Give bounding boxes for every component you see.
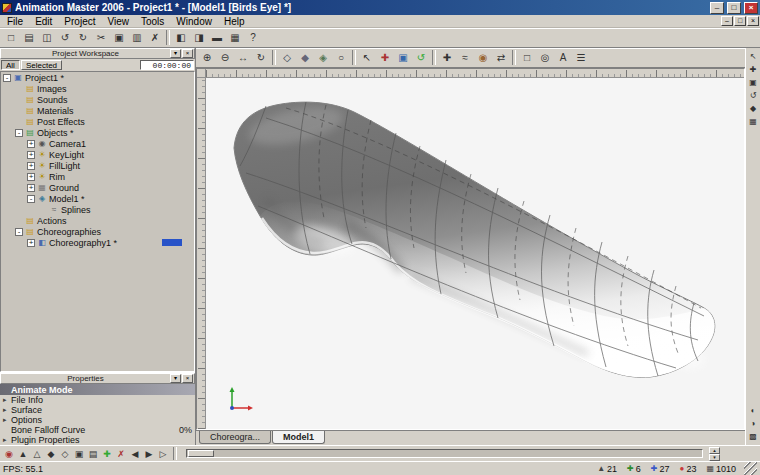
tree-item-splines[interactable]: ≈Splines — [1, 204, 194, 215]
curved-mode-button[interactable]: ○ — [332, 50, 350, 66]
expander-icon[interactable]: - — [3, 74, 11, 82]
stitch-tool[interactable]: ≈ — [456, 50, 474, 66]
prop-plugin-properties[interactable]: ▸Plugin Properties — [0, 435, 195, 445]
timeline-panel-toggle[interactable]: ▬ — [208, 30, 226, 46]
tab-choreography1[interactable]: Choreogra... — [199, 431, 271, 444]
tree-item-materials[interactable]: ▤Materials — [1, 105, 194, 116]
branch-key-button[interactable]: ▣ — [72, 447, 86, 461]
menu-item[interactable]: Window — [170, 15, 218, 28]
muscle-mode-button[interactable]: △ — [30, 447, 44, 461]
group-tool[interactable]: □ — [518, 50, 536, 66]
tree-item-project1[interactable]: -▣Project1 * — [1, 72, 194, 83]
tree-item-keylight[interactable]: +☀KeyLight — [1, 149, 194, 160]
snap-to-grid-button[interactable]: ▩ — [747, 430, 760, 443]
menu-item[interactable]: Tools — [135, 15, 170, 28]
toolbar-icon[interactable] — [352, 50, 356, 65]
title-bar[interactable]: Animation Master 2006 - Project1 * - [Mo… — [0, 0, 760, 15]
rotate-tool[interactable]: ↺ — [412, 50, 430, 66]
show-grid-button[interactable]: ▦ — [747, 115, 760, 128]
expander-icon[interactable]: + — [27, 173, 35, 181]
expander-icon[interactable]: - — [15, 129, 23, 137]
expand-arrow-icon[interactable]: ▸ — [3, 396, 11, 404]
expand-arrow-icon[interactable]: ▸ — [3, 436, 11, 444]
tree-item-model1[interactable]: -◈Model1 * — [1, 193, 194, 204]
expander-icon[interactable]: + — [27, 239, 35, 247]
tree-item-images[interactable]: ▤Images — [1, 83, 194, 94]
filter-tab-all[interactable]: All — [1, 60, 20, 70]
tree-item-choreographies[interactable]: -▤Choreographies — [1, 226, 194, 237]
new-project-button[interactable]: □ — [2, 30, 20, 46]
translate-tool[interactable]: ✚ — [376, 50, 394, 66]
tree-item-sounds[interactable]: ▤Sounds — [1, 94, 194, 105]
expand-arrow-icon[interactable]: ▸ — [3, 416, 11, 424]
primitives-tool[interactable]: ☰ — [572, 50, 590, 66]
menu-item[interactable]: View — [101, 15, 135, 28]
child-close-button[interactable]: × — [747, 16, 759, 26]
menu-item[interactable]: Help — [218, 15, 251, 28]
project-workspace-titlebar[interactable]: Project Workspace ▾ × — [0, 48, 195, 59]
show-manipulators-button[interactable]: ◆ — [747, 102, 760, 115]
wireframe-mode-button[interactable]: ◇ — [278, 50, 296, 66]
close-button[interactable]: × — [744, 2, 758, 14]
expand-arrow-icon[interactable]: ▸ — [3, 406, 11, 414]
undo-button[interactable]: ↺ — [56, 30, 74, 46]
cut-button[interactable]: ✂ — [92, 30, 110, 46]
child-restore-button[interactable]: □ — [734, 16, 746, 26]
lasso-tool[interactable]: ◎ — [536, 50, 554, 66]
spin-down-icon[interactable]: ▾ — [709, 454, 720, 461]
panel-rollup-icon[interactable]: ▾ — [170, 49, 181, 58]
maximize-button[interactable]: □ — [727, 2, 741, 14]
panel-close-icon[interactable]: × — [182, 49, 193, 58]
panel-close-icon[interactable]: × — [182, 374, 193, 383]
workspace-panel-toggle[interactable]: ◧ — [172, 30, 190, 46]
add-point-tool[interactable]: ✚ — [438, 50, 456, 66]
standard-manipulator-button[interactable]: ↖ — [747, 50, 760, 63]
expander-icon[interactable]: + — [27, 184, 35, 192]
tree-item-ground[interactable]: +▦Ground — [1, 182, 194, 193]
toolbar-icon[interactable] — [432, 50, 436, 65]
tree-item-post-effects[interactable]: ▤Post Effects — [1, 116, 194, 127]
expander-icon[interactable]: - — [27, 195, 35, 203]
zoom-in-tool[interactable]: ⊕ — [198, 50, 216, 66]
turn-view-tool[interactable]: ↻ — [252, 50, 270, 66]
shaded-mode-button[interactable]: ◆ — [296, 50, 314, 66]
skeletal-mode-button[interactable]: ▲ — [16, 447, 30, 461]
tree-item-rim[interactable]: +☀Rim — [1, 171, 194, 182]
shaded-wire-mode-button[interactable]: ◈ — [314, 50, 332, 66]
toolbar-icon[interactable] — [272, 50, 276, 65]
prop-options[interactable]: ▸Options — [0, 415, 195, 425]
tree-item-choreography1[interactable]: +◧Choreography1 * — [1, 237, 194, 248]
bone-key-button[interactable]: ▤ — [86, 447, 100, 461]
tree-item-objects[interactable]: -▤Objects * — [1, 127, 194, 138]
open-project-button[interactable]: ▤ — [20, 30, 38, 46]
force-keyframe-button[interactable]: ✚ — [100, 447, 114, 461]
prop-bone-falloff-curve[interactable]: Bone Falloff Curve0% — [0, 425, 195, 435]
delete-button[interactable]: ✗ — [146, 30, 164, 46]
toolbar-icon[interactable] — [512, 50, 516, 65]
expander-icon[interactable]: - — [15, 228, 23, 236]
extrude-tool[interactable]: ⇄ — [492, 50, 510, 66]
mirror-mode-button[interactable]: ◑ — [747, 417, 760, 430]
filter-tab-selected[interactable]: Selected — [21, 60, 62, 70]
spin-up-icon[interactable]: ▴ — [709, 447, 720, 454]
timeline-block[interactable] — [162, 239, 182, 246]
properties-titlebar[interactable]: Properties ▾ × — [0, 373, 195, 384]
translate-manipulator-button[interactable]: ✚ — [747, 63, 760, 76]
tree-item-filllight[interactable]: +☀FillLight — [1, 160, 194, 171]
library-panel-toggle[interactable]: ▦ — [226, 30, 244, 46]
prop-file-info[interactable]: ▸File Info — [0, 395, 195, 405]
menu-item[interactable]: File — [1, 15, 29, 28]
frame-scrubber-thumb[interactable] — [188, 450, 214, 457]
prop-surface[interactable]: ▸Surface — [0, 405, 195, 415]
bones-mode-button[interactable]: ◆ — [44, 447, 58, 461]
viewport-canvas[interactable] — [206, 78, 744, 429]
prop-animate-mode[interactable]: Animate Mode — [0, 384, 195, 395]
play-button[interactable]: ▶ — [142, 447, 156, 461]
font-tool[interactable]: A — [554, 50, 572, 66]
prev-frame-button[interactable]: ◀ — [128, 447, 142, 461]
zoom-out-tool[interactable]: ⊖ — [216, 50, 234, 66]
child-minimize-button[interactable]: – — [721, 16, 733, 26]
animate-mode-toggle[interactable]: ◉ — [2, 447, 16, 461]
copy-button[interactable]: ▣ — [110, 30, 128, 46]
help-button[interactable]: ? — [244, 30, 262, 46]
